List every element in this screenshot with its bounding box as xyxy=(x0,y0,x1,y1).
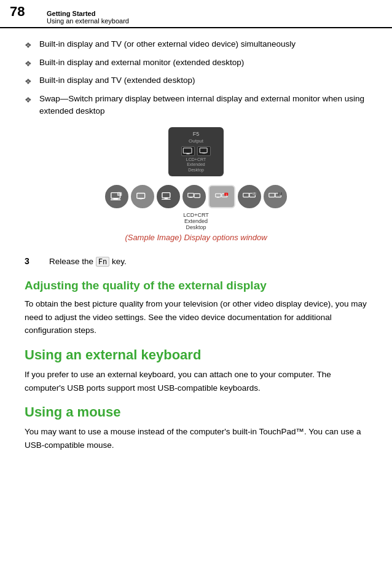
disp-icon-3 xyxy=(157,185,180,208)
disp-icon-6: 2 1 xyxy=(238,185,261,208)
svg-rect-9 xyxy=(162,193,170,198)
svg-rect-8 xyxy=(137,194,145,198)
section-heading-adjust: Adjusting the quality of the external di… xyxy=(25,279,367,292)
key-output-label: Output xyxy=(189,138,203,144)
svg-rect-16 xyxy=(217,197,219,198)
section-keyboard-body: If you prefer to use an external keyboar… xyxy=(25,368,367,394)
disp-icon-4 xyxy=(182,185,206,208)
svg-rect-21 xyxy=(243,194,249,197)
header-text: Getting Started Using an external keyboa… xyxy=(47,10,129,25)
display-options-image: F5 Output LCD+CRTExtende xyxy=(25,127,367,249)
fn-key: Fn xyxy=(96,257,109,267)
bullet-text: Swap—Switch primary display between inte… xyxy=(39,93,367,118)
svg-rect-5 xyxy=(111,200,121,200)
page-number: 78 xyxy=(10,4,32,20)
svg-rect-15 xyxy=(216,194,221,197)
svg-rect-26 xyxy=(269,194,275,197)
section-adjust-body: To obtain the best picture quality from … xyxy=(25,297,367,337)
section-heading-keyboard: Using an external keyboard xyxy=(25,347,367,363)
step-number: 3 xyxy=(25,256,47,266)
bullet-list: ❖ Built-in display and TV (or other exte… xyxy=(25,38,367,117)
page-content: ❖ Built-in display and TV (or other exte… xyxy=(0,28,392,471)
key-icons xyxy=(181,146,211,156)
list-item: ❖ Swap—Switch primary display between in… xyxy=(25,93,367,118)
bullet-text: Built-in display and TV (extended deskto… xyxy=(39,74,195,87)
svg-rect-12 xyxy=(188,194,194,197)
svg-rect-1 xyxy=(186,153,189,154)
bullet-icon: ❖ xyxy=(25,76,33,88)
bullet-text: Built-in display and external monitor (e… xyxy=(39,57,244,69)
bullet-icon: ❖ xyxy=(25,94,33,106)
f5-key-graphic: F5 Output LCD+CRTExtende xyxy=(168,127,224,176)
bullet-icon: ❖ xyxy=(25,39,33,52)
disp-icon-2 xyxy=(131,185,154,208)
svg-rect-13 xyxy=(189,197,192,198)
disp-icon-7: 2 1 xyxy=(264,185,287,208)
lcd-icon xyxy=(181,146,195,156)
section-mouse-body: You may want to use a mouse instead of t… xyxy=(25,425,367,452)
svg-rect-2 xyxy=(200,148,207,153)
chapter-title: Getting Started xyxy=(47,10,129,17)
disp-icon-1: 1 xyxy=(105,185,128,208)
list-item: ❖ Built-in display and external monitor … xyxy=(25,57,367,70)
svg-rect-4 xyxy=(114,198,118,200)
display-icons-row: 1 xyxy=(105,185,287,208)
disp-icon-5: 1 2 xyxy=(208,185,235,208)
section-heading-mouse: Using a mouse xyxy=(25,404,367,420)
svg-rect-14 xyxy=(194,194,200,197)
bullet-text: Built-in display and TV (or other extern… xyxy=(39,38,296,50)
page-header: 78 Getting Started Using an external key… xyxy=(0,0,392,28)
svg-rect-0 xyxy=(183,148,192,154)
svg-rect-10 xyxy=(165,198,168,199)
image-caption: (Sample Image) Display options window xyxy=(125,233,267,242)
section-title: Using an external keyboard xyxy=(47,17,129,25)
list-item: ❖ Built-in display and TV (or other exte… xyxy=(25,38,367,52)
crt-icon xyxy=(197,146,211,156)
list-item: ❖ Built-in display and TV (extended desk… xyxy=(25,74,367,88)
step-text: Release the Fn key. xyxy=(49,256,127,268)
key-label-bottom: LCD+CRTExtendedDesktop xyxy=(186,157,206,173)
svg-rect-11 xyxy=(162,199,171,200)
lcd-crt-label: LCD+CRTExtendedDesktop xyxy=(183,212,209,230)
step-3-row: 3 Release the Fn key. xyxy=(25,256,367,268)
bullet-icon: ❖ xyxy=(25,58,33,70)
key-label-top: F5 xyxy=(193,131,200,137)
